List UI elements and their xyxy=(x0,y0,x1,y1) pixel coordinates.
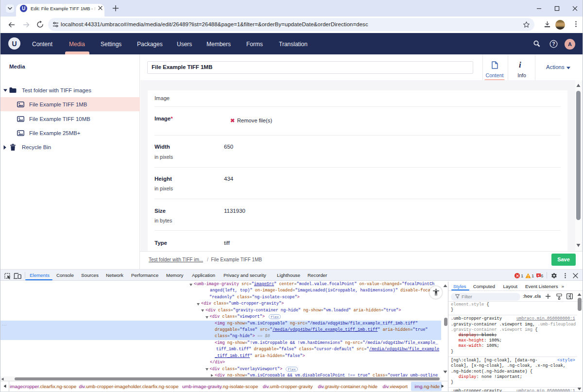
svg-text:?: ? xyxy=(552,41,555,47)
